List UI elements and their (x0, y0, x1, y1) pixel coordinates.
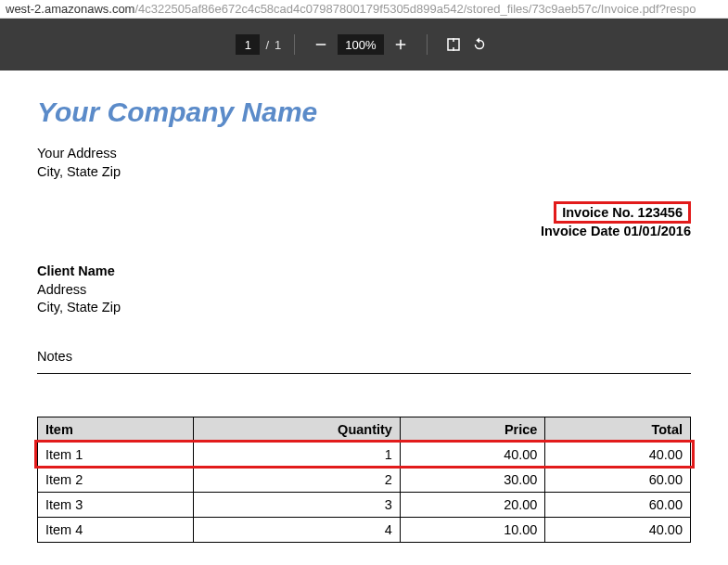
svg-rect-0 (316, 44, 326, 45)
plus-icon (392, 36, 409, 53)
address-line: City, State Zip (37, 299, 691, 317)
cell-qty: 4 (194, 517, 401, 542)
company-name: Your Company Name (37, 96, 691, 128)
col-total: Total (545, 417, 691, 442)
zoom-level[interactable]: 100% (338, 34, 383, 55)
svg-rect-2 (400, 40, 402, 50)
invoice-date: Invoice Date 01/01/2016 (541, 224, 691, 238)
cell-total: 40.00 (545, 517, 691, 542)
cell-total: 40.00 (545, 442, 691, 467)
rotate-button[interactable] (466, 32, 492, 58)
fit-page-button[interactable] (441, 32, 466, 58)
cell-item: Item 2 (38, 467, 194, 492)
page-separator: / (265, 38, 269, 52)
cell-item: Item 1 (38, 442, 194, 467)
total-pages: 1 (275, 38, 281, 52)
cell-price: 30.00 (400, 467, 545, 492)
minus-icon (313, 36, 329, 53)
cell-item: Item 3 (38, 492, 194, 517)
table-row: Item 2230.0060.00 (38, 467, 691, 492)
url-path: /4c322505af86e672c4c58cad4c07987800179f5… (134, 2, 696, 16)
pdf-toolbar: 1 / 1 100% (0, 19, 728, 71)
cell-total: 60.00 (545, 467, 691, 492)
col-price: Price (400, 417, 545, 442)
separator-line (37, 373, 691, 374)
table-row: Item 3320.0060.00 (38, 492, 691, 517)
address-line: Address (37, 281, 691, 300)
invoice-table: Item Quantity Price Total Item 1140.0040… (37, 417, 691, 543)
table-header-row: Item Quantity Price Total (38, 417, 691, 442)
col-item: Item (38, 417, 194, 442)
url-bar: west-2.amazonaws.com/4c322505af86e672c4c… (0, 0, 728, 19)
fit-page-icon (445, 36, 462, 53)
cell-price: 10.00 (400, 517, 545, 542)
toolbar-divider (294, 34, 295, 55)
col-quantity: Quantity (194, 417, 401, 442)
zoom-in-button[interactable] (388, 32, 414, 58)
svg-rect-5 (453, 47, 454, 51)
toolbar-divider (427, 34, 428, 55)
current-page-input[interactable]: 1 (236, 34, 260, 55)
cell-qty: 2 (194, 467, 401, 492)
sender-address: Your Address City, State Zip (37, 145, 691, 181)
client-address: Client Name Address City, State Zip (37, 263, 691, 317)
address-line: Your Address (37, 145, 691, 163)
zoom-out-button[interactable] (308, 32, 334, 58)
invoice-number: Invoice No. 123456 (554, 201, 691, 224)
cell-item: Item 4 (38, 517, 194, 542)
svg-rect-4 (453, 38, 454, 42)
cell-qty: 3 (194, 492, 401, 517)
cell-total: 60.00 (545, 492, 691, 517)
table-row: Item 4410.0040.00 (38, 517, 691, 542)
url-host: west-2.amazonaws.com (6, 2, 134, 16)
cell-price: 40.00 (400, 442, 545, 467)
cell-qty: 1 (194, 442, 401, 467)
address-line: City, State Zip (37, 163, 691, 182)
cell-price: 20.00 (400, 492, 545, 517)
pdf-page: Your Company Name Your Address City, Sta… (0, 71, 728, 565)
page-viewport[interactable]: Your Company Name Your Address City, Sta… (0, 71, 728, 565)
rotate-icon (471, 36, 488, 53)
notes-label: Notes (37, 349, 691, 364)
table-row: Item 1140.0040.00 (38, 442, 691, 467)
client-name: Client Name (37, 263, 691, 281)
invoice-meta: Invoice No. 123456 Invoice Date 01/01/20… (37, 201, 691, 238)
